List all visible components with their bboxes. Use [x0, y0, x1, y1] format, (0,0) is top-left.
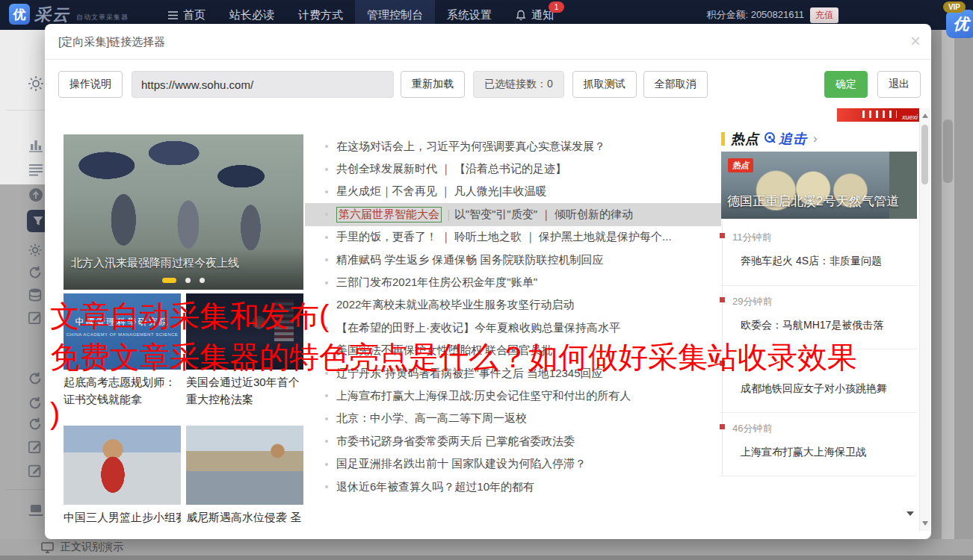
upload-icon[interactable]: [28, 187, 44, 203]
accent-bar: [721, 132, 725, 146]
link-selector-dialog: [定向采集]链接选择器 × 操作说明 重新加载 已选链接数：0 抓取测试 全部取…: [45, 24, 931, 539]
bar-chart-icon[interactable]: [28, 137, 44, 153]
edit-square-icon[interactable]: [28, 439, 44, 455]
carousel[interactable]: 北方入汛来最强降雨过程今夜上线: [64, 134, 303, 290]
reload-button[interactable]: 重新加载: [401, 71, 465, 98]
bullet-icon: [720, 233, 725, 238]
refresh-icon[interactable]: [28, 396, 44, 412]
help-button[interactable]: 操作说明: [58, 71, 123, 98]
card-caption[interactable]: 中国三人男篮止步小组赛: [64, 509, 181, 526]
selected-link-box[interactable]: 第六届世界智能大会: [336, 207, 442, 223]
timeline-time: 29分钟前: [732, 295, 772, 308]
bullet-icon: [325, 168, 328, 171]
news-item[interactable]: 退休近6年被查算久吗？超过10年的都有: [325, 476, 721, 498]
url-input[interactable]: [132, 71, 394, 98]
timeline-entry[interactable]: 29分钟前 欧委会：马航MH17是被俄击落: [720, 285, 917, 349]
bullet-icon: [325, 372, 328, 375]
news-item[interactable]: 三部门发布2021年住房公积金年度"账单": [325, 271, 721, 293]
bottom-bar: [0, 556, 973, 560]
carousel-dot[interactable]: [185, 278, 191, 283]
close-icon[interactable]: ×: [910, 31, 921, 51]
timeline-title[interactable]: 奔驰车起火 4S店：非质量问题: [741, 255, 882, 268]
news-item[interactable]: 市委书记跻身省委常委两天后 已掌舵省委政法委: [325, 430, 721, 452]
app-root: 优 采云 自动文章采集器 首页 站长必读 计费方式 管理控制台 系统设置 通知 …: [0, 0, 973, 560]
content-scrollbar[interactable]: [919, 108, 930, 531]
recharge-button[interactable]: 充值: [810, 7, 838, 23]
news-item[interactable]: 上海宣布打赢大上海保卫战:历史会记住坚守和付出的所有人: [325, 385, 721, 407]
laptop-icon[interactable]: [28, 502, 44, 518]
confirm-button[interactable]: 确定: [824, 71, 868, 98]
news-item[interactable]: 手里的饭，更香了！ ｜ 聆听土地之歌 ｜ 保护黑土地就是保护每个...: [325, 226, 721, 249]
news-item[interactable]: 在这场对话会上，习近平为何强调要真心实意谋发展？: [325, 135, 721, 158]
cancel-all-button[interactable]: 全部取消: [643, 71, 708, 98]
refresh-icon[interactable]: [28, 371, 44, 388]
content-scrollbar-thumb[interactable]: [921, 125, 928, 184]
edit-square-icon[interactable]: [28, 310, 44, 326]
timeline-entry[interactable]: 11分钟前 奔驰车起火 4S店：非质量问题: [720, 222, 917, 285]
refresh-icon[interactable]: [28, 417, 44, 433]
article-card[interactable]: 威尼斯遇高水位侵袭 圣: [186, 426, 303, 526]
card-image: [64, 426, 181, 505]
bullet-icon: [325, 463, 328, 466]
article-card[interactable]: 中國管理科學研究院 CHINA ACADEMY OF MANAGEMENT SC…: [64, 293, 181, 408]
bullet-icon: [325, 349, 328, 352]
exit-button[interactable]: 退出: [877, 71, 921, 98]
article-card[interactable]: 中国三人男篮止步小组赛: [64, 426, 181, 526]
bullet-icon: [720, 297, 725, 302]
carousel-dots: [64, 278, 303, 283]
news-item[interactable]: 精准赋码 学生返乡 保通保畅 国务院联防联控机制回应: [325, 249, 721, 271]
card-caption[interactable]: 威尼斯遇高水位侵袭 圣: [186, 509, 303, 526]
scroll-up-icon[interactable]: [922, 113, 928, 118]
carousel-dot-active[interactable]: [162, 278, 176, 283]
news-item[interactable]: 国足亚洲排名跌出前十 国家队建设为何陷入停滞？: [325, 452, 721, 475]
hot-pursuit-header[interactable]: 热点 追击 ›: [721, 130, 818, 148]
promo-banner[interactable]: xuexi: [837, 108, 921, 122]
hot-news-photo[interactable]: 热点 德国正重启北溪2号天然气管道: [721, 152, 917, 219]
news-item[interactable]: 美国宪法不再保护女性堕胎权 联合国官员批: [325, 340, 721, 362]
vip-badge: VIP: [943, 1, 966, 13]
bullet-icon: [720, 424, 725, 429]
list-icon[interactable]: [28, 161, 44, 178]
brand-logo[interactable]: 优 采云 自动文章采集器: [9, 4, 129, 26]
collapse-arrow-icon[interactable]: [906, 511, 914, 516]
refresh-circle-icon[interactable]: [28, 265, 44, 281]
timeline-time: 11分钟前: [732, 231, 772, 244]
card-image: 中國管理科學研究院 CHINA ACADEMY OF MANAGEMENT SC…: [64, 293, 181, 370]
edit-square-icon[interactable]: [28, 463, 44, 479]
card-caption[interactable]: 起底高考志愿规划师：证书交钱就能拿: [64, 374, 181, 408]
hot-photo-caption[interactable]: 德国正重启北溪2号天然气管道: [727, 193, 899, 210]
news-item[interactable]: 共创全球发展新时代 ｜ 【沿着总书记的足迹】: [325, 158, 721, 180]
news-list: 在这场对话会上，习近平为何强调要真心实意谋发展？ 共创全球发展新时代 ｜ 【沿着…: [325, 135, 721, 498]
news-item[interactable]: 辽宁丹东"持黄码者看病被拦"事件之后 当地12345回应: [325, 362, 721, 385]
gear-small-icon[interactable]: [28, 243, 44, 259]
page-scrollbar-thumb[interactable]: [943, 119, 953, 183]
timeline-title[interactable]: 欧委会：马航MH17是被俄击落: [741, 319, 883, 332]
carousel-caption[interactable]: 北方入汛来最强降雨过程今夜上线: [71, 256, 239, 270]
news-item[interactable]: 北京：中小学、高一高二等下周一返校: [325, 408, 721, 430]
bullet-icon: [325, 326, 328, 329]
timeline-title[interactable]: 上海宣布打赢大上海保卫战: [741, 446, 866, 459]
target-icon: [764, 131, 776, 146]
gear-icon[interactable]: [27, 75, 45, 96]
scroll-down-icon[interactable]: [922, 521, 928, 526]
credit-balance: 积分金额: 2050821611: [706, 8, 804, 22]
logo-icon: 优: [9, 4, 30, 25]
content-recognition-demo-item[interactable]: 正文识别演示: [41, 541, 123, 554]
news-item[interactable]: 星火成炬｜不舍再见 ｜ 凡人微光|丰收温暖: [325, 181, 721, 203]
article-card[interactable]: 美国会通过近30年首个重大控枪法案: [186, 293, 303, 408]
selected-count-badge: 已选链接数：0: [473, 71, 564, 98]
news-item[interactable]: 2022年离校未就业高校毕业生服务攻坚行动启动: [325, 294, 721, 317]
news-item-highlighted[interactable]: 第六届世界智能大会 ｜ 以"智变"引"质变" ｜ 倾听创新的律动: [305, 203, 721, 225]
bell-icon: [516, 10, 527, 21]
timeline-entry[interactable]: 成都地铁回应女子对小孩跳艳舞: [720, 349, 917, 413]
database-icon[interactable]: [28, 287, 44, 304]
carousel-dot[interactable]: [200, 278, 205, 283]
news-item[interactable]: 【在希望的田野上·麦收记】今年夏粮收购总量保持高水平: [325, 317, 721, 339]
timeline-entry[interactable]: 46分钟前 上海宣布打赢大上海保卫战: [720, 412, 917, 476]
timeline-title[interactable]: 成都地铁回应女子对小孩跳艳舞: [741, 382, 887, 396]
grab-test-button[interactable]: 抓取测试: [572, 71, 637, 98]
card-caption[interactable]: 美国会通过近30年首个重大控枪法案: [186, 374, 303, 408]
avatar[interactable]: 优: [946, 10, 973, 38]
timeline-time: 46分钟前: [732, 422, 772, 435]
page-scrollbar[interactable]: [942, 30, 954, 539]
